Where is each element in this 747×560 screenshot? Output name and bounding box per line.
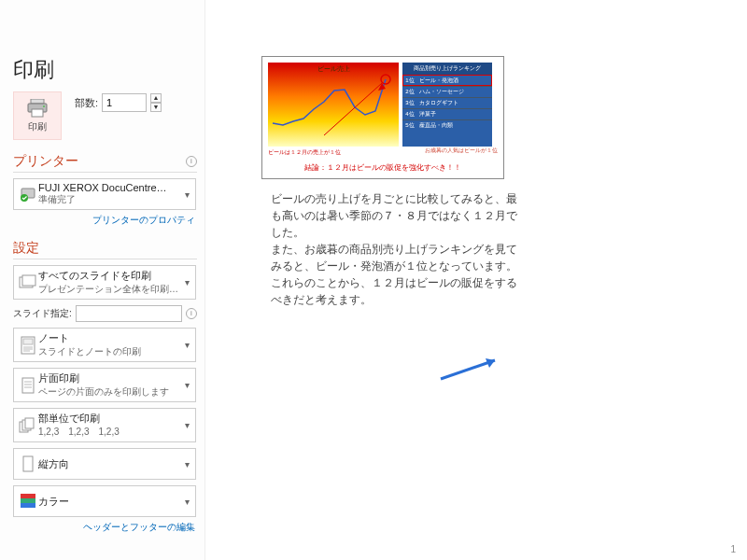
setting-label: 縦方向 <box>38 457 183 471</box>
setting-label: すべてのスライドを印刷 <box>38 269 183 283</box>
slides-icon <box>18 274 38 291</box>
svg-rect-21 <box>21 494 35 498</box>
page-number: 1 <box>730 544 736 554</box>
printer-icon <box>26 99 49 118</box>
ranking-row: 4位洋菓子 <box>402 108 492 119</box>
color-icon <box>18 493 38 510</box>
setting-color[interactable]: カラー ▾ <box>13 485 196 517</box>
svg-rect-20 <box>23 456 33 471</box>
setting-print-range[interactable]: すべてのスライドを印刷 プレゼンテーション全体を印刷し… ▾ <box>13 265 196 300</box>
portrait-icon <box>18 455 38 473</box>
ranking-row: 3位カタログギフト <box>402 97 492 108</box>
svg-line-25 <box>324 83 382 135</box>
setting-label: 部単位で印刷 <box>38 412 183 426</box>
svg-line-27 <box>441 360 495 379</box>
chart-conclusion: 結論：１２月はビールの販促を強化すべき！！ <box>268 162 498 173</box>
copies-label: 部数: <box>75 96 98 110</box>
collate-icon <box>18 417 38 434</box>
setting-collate[interactable]: 部単位で印刷 1,2,3 1,2,3 1,2,3 ▾ <box>13 408 196 442</box>
chevron-down-icon: ▾ <box>183 340 191 350</box>
svg-rect-22 <box>21 498 35 503</box>
chart-caption-right: お歳暮の人気はビールが１位 <box>425 147 498 157</box>
printer-heading: プリンター <box>13 153 78 170</box>
preview-chart: ビール売上 <box>268 63 399 147</box>
printer-name: FUJI XEROX DocuCentre… <box>38 182 183 193</box>
svg-rect-19 <box>25 418 34 428</box>
ranking-table: 商品別売り上げランキング 1位ビール・発泡酒2位ハム・ソーセージ3位カタログギフ… <box>402 63 492 147</box>
svg-rect-0 <box>31 99 44 104</box>
ranking-row: 1位ビール・発泡酒 <box>402 75 492 86</box>
preview-chart-box: ビール売上 商品別売り上げランキング 1位ビール・発泡酒2位ハム・ソーセージ3位… <box>261 56 504 179</box>
svg-point-5 <box>21 194 28 202</box>
annotation-arrow-icon <box>439 355 504 383</box>
ranking-row: 2位ハム・ソーセージ <box>402 86 492 97</box>
ranking-row: 5位産直品・肉類 <box>402 119 492 131</box>
svg-rect-23 <box>21 503 35 508</box>
setting-sub: 1,2,3 1,2,3 1,2,3 <box>38 426 183 439</box>
setting-sub: プレゼンテーション全体を印刷し… <box>38 283 183 296</box>
print-button-label: 印刷 <box>28 120 47 133</box>
chart-caption-left: ビールは１２月の売上が１位 <box>268 148 341 157</box>
setting-sides[interactable]: 片面印刷 ページの片面のみを印刷します ▾ <box>13 368 196 402</box>
slide-spec-label: スライド指定: <box>13 307 72 320</box>
setting-label: 片面印刷 <box>38 371 183 385</box>
print-button[interactable]: 印刷 <box>13 91 62 140</box>
chevron-down-icon: ▾ <box>183 380 191 390</box>
chevron-down-icon: ▾ <box>183 189 191 200</box>
header-footer-link[interactable]: ヘッダーとフッターの編集 <box>13 521 195 534</box>
chevron-down-icon: ▾ <box>183 277 191 287</box>
copies-down[interactable]: ▼ <box>150 103 162 112</box>
chevron-down-icon: ▾ <box>183 420 191 430</box>
one-sided-icon <box>18 376 38 395</box>
info-icon[interactable]: i <box>186 308 197 319</box>
chevron-down-icon: ▾ <box>183 459 191 469</box>
printer-select[interactable]: FUJI XEROX DocuCentre… 準備完了 ▾ <box>13 178 196 210</box>
printer-properties-link[interactable]: プリンターのプロパティ <box>13 214 195 227</box>
setting-label: ノート <box>38 331 183 345</box>
chevron-down-icon: ▾ <box>183 497 191 507</box>
printer-status: 準備完了 <box>38 193 183 206</box>
ranking-head: 商品別売り上げランキング <box>402 63 492 75</box>
settings-heading: 設定 <box>13 240 39 257</box>
printer-ready-icon <box>18 185 38 203</box>
page-title: 印刷 <box>13 56 197 84</box>
preview-notes-text: ビールの売り上げを月ごとに比較してみると、最も高いのは暑い季節の７・８月ではなく… <box>271 190 523 308</box>
notes-icon <box>18 336 38 355</box>
copies-input[interactable] <box>102 93 147 112</box>
setting-orientation[interactable]: 縦方向 ▾ <box>13 448 196 480</box>
setting-sub: ページの片面のみを印刷します <box>38 385 183 399</box>
setting-layout[interactable]: ノート スライドとノートの印刷 ▾ <box>13 328 196 362</box>
svg-rect-2 <box>32 109 43 117</box>
print-preview: ビール売上 商品別売り上げランキング 1位ビール・発泡酒2位ハム・ソーセージ3位… <box>205 0 747 560</box>
setting-label: カラー <box>38 495 183 509</box>
info-icon[interactable]: i <box>186 156 197 167</box>
setting-sub: スライドとノートの印刷 <box>38 345 183 358</box>
slide-spec-input[interactable] <box>76 305 182 322</box>
svg-rect-9 <box>23 339 33 344</box>
svg-rect-13 <box>22 378 34 393</box>
svg-rect-7 <box>22 275 35 286</box>
copies-up[interactable]: ▲ <box>150 93 162 103</box>
svg-point-3 <box>43 105 45 107</box>
